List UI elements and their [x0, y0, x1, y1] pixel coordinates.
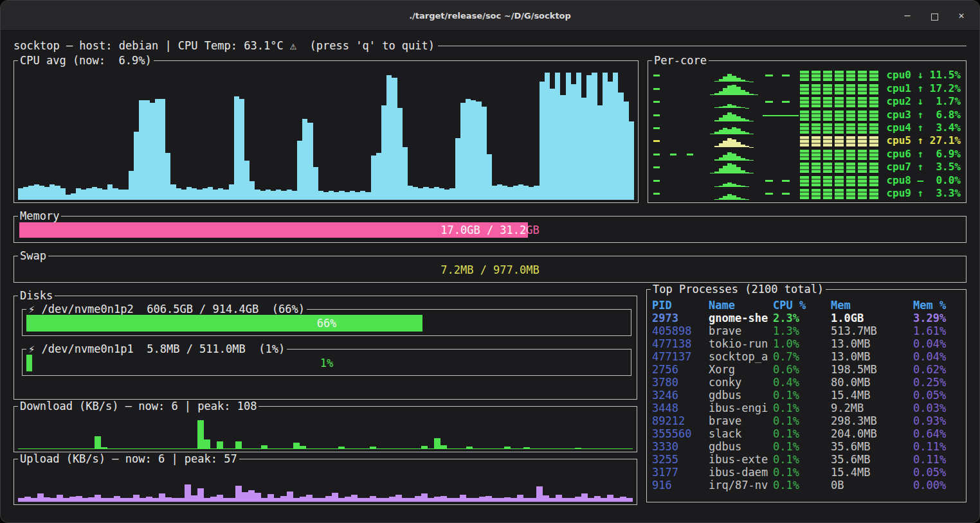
bar — [529, 187, 534, 200]
bar — [466, 447, 473, 449]
bar — [479, 497, 485, 502]
bar — [719, 168, 723, 173]
bar — [365, 192, 370, 200]
process-table-header: PID Name CPU % Mem Mem % — [652, 299, 961, 312]
bar — [185, 484, 191, 502]
bar — [498, 498, 504, 502]
bar — [313, 498, 319, 502]
bar — [575, 497, 581, 502]
process-pid: 2756 — [652, 363, 709, 376]
bar — [402, 498, 408, 502]
tick — [653, 180, 660, 182]
process-mem: 80.0MB — [831, 376, 913, 389]
bar — [345, 192, 350, 200]
bar — [186, 187, 192, 200]
bar — [736, 116, 741, 121]
process-cpu: 0.1% — [773, 389, 831, 402]
bar — [588, 448, 594, 450]
bar — [133, 495, 140, 502]
bar — [504, 447, 511, 449]
bar — [319, 448, 325, 450]
bar — [223, 190, 228, 200]
process-cpu: 0.6% — [773, 363, 831, 376]
bar — [727, 74, 732, 82]
bar — [123, 190, 129, 200]
bar — [300, 446, 306, 449]
core-activity-ticks — [653, 121, 710, 134]
bar — [607, 448, 613, 450]
bar — [63, 448, 69, 450]
bar — [603, 73, 608, 200]
bar — [176, 188, 181, 200]
bar — [18, 498, 24, 502]
process-row: 3330gdbus0.1%35.6MB0.11% — [652, 440, 961, 453]
bar — [479, 448, 485, 450]
process-name: Xorg — [709, 363, 773, 376]
minimize-button[interactable]: – — [902, 10, 912, 21]
bar — [460, 495, 466, 502]
bar — [408, 448, 415, 450]
bar — [140, 448, 146, 450]
bar — [260, 191, 266, 200]
bar — [293, 443, 300, 449]
bar — [418, 188, 423, 200]
process-pid: 3330 — [652, 440, 709, 453]
core-history-chart — [710, 162, 763, 173]
bar — [444, 190, 449, 200]
process-row: 3780conky0.4%80.0MB0.25% — [652, 376, 961, 389]
bar — [280, 496, 287, 502]
close-button[interactable]: ✕ — [956, 10, 966, 21]
bar — [60, 188, 66, 200]
core-history-chart — [710, 149, 763, 161]
terminal-content[interactable]: socktop — host: debian | CPU Temp: 63.1°… — [1, 31, 979, 522]
bar — [568, 498, 575, 502]
process-name: ibus-daem — [709, 466, 773, 479]
tick — [653, 114, 660, 116]
bar — [550, 89, 555, 200]
bar — [293, 498, 300, 502]
process-rows: 2973gnome-she2.3%1.0GB3.29%405898brave1.… — [652, 312, 961, 492]
line — [763, 115, 799, 116]
dash — [782, 101, 790, 103]
memory-title: Memory — [18, 209, 61, 222]
bar — [76, 448, 82, 450]
process-pid: 3255 — [652, 453, 709, 466]
process-cpu: 0.1% — [773, 414, 831, 427]
bar — [517, 448, 523, 450]
bar — [513, 186, 518, 200]
process-name: gdbus — [709, 440, 773, 453]
bar — [88, 497, 95, 502]
process-name: ibus-exte — [709, 453, 773, 466]
bar — [613, 448, 620, 450]
bar — [536, 486, 543, 502]
bar — [325, 448, 332, 450]
bar — [88, 448, 95, 450]
process-pid: 916 — [652, 479, 709, 492]
dash — [765, 75, 773, 76]
bar — [429, 188, 434, 200]
process-memp: 0.93% — [913, 414, 961, 427]
bar — [624, 102, 629, 200]
bar — [82, 448, 89, 450]
bar — [397, 108, 403, 200]
core-row-cpu1: cpu1 ↑ 17.2% — [653, 82, 961, 94]
core-label: cpu9 ↑ 3.3% — [878, 187, 961, 200]
bar — [102, 190, 107, 200]
core-label: cpu0 ↓ 11.5% — [878, 69, 961, 82]
bar — [423, 187, 428, 200]
bar — [69, 448, 76, 450]
titlebar[interactable]: ./target/release/soc ~/D/G/socktop – ✕ — [1, 1, 979, 31]
process-pid: 3177 — [652, 466, 709, 479]
maximize-button[interactable] — [929, 10, 939, 21]
download-title: Download (KB/s) — now: 6 | peak: 108 — [18, 400, 259, 412]
process-cpu: 1.3% — [773, 324, 831, 337]
bar — [618, 93, 623, 200]
bar — [504, 497, 511, 502]
bar — [76, 496, 82, 502]
app-header: socktop — host: debian | CPU Temp: 63.1°… — [14, 39, 966, 53]
bar — [185, 448, 191, 450]
bar — [568, 448, 575, 450]
bar — [113, 188, 118, 200]
core-mid-zone — [763, 69, 800, 82]
col-header-name: Name — [709, 299, 773, 312]
